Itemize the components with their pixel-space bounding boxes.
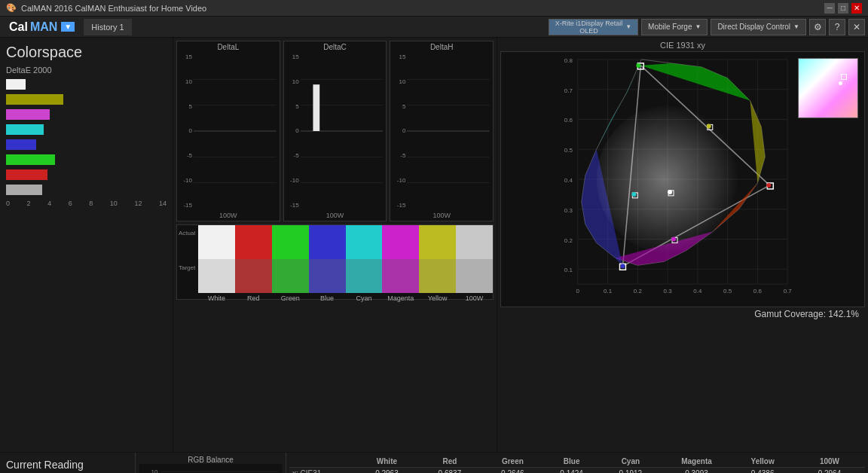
table-header-row: White Red Green Blue Cyan Magenta Yellow…: [289, 456, 865, 468]
swatch-target-cyan: [346, 259, 383, 293]
deltaL-svg: [194, 53, 277, 209]
swatch-target-magenta: [382, 259, 419, 293]
swatch-target-red: [235, 259, 272, 293]
cie-panel: CIE 1931 xy: [497, 38, 868, 452]
swatch-target-100w: [456, 259, 493, 293]
deltaC-title: DeltaC: [284, 41, 387, 51]
swatch-label-yellow: Yellow: [419, 294, 456, 302]
actual-swatch-row: [198, 225, 493, 259]
table-cell-value: 0.2963: [356, 468, 418, 474]
deltaH-chart: DeltaH 15 10 5 0 -5 -10 -15 100: [390, 41, 494, 221]
swatch-label-red: Red: [235, 294, 272, 302]
actual-green-dot: [636, 63, 640, 68]
actual-label: Actual: [179, 230, 195, 236]
actual-cyan-dot: [631, 192, 636, 197]
swatch-label-magenta: Magenta: [382, 294, 419, 302]
actual-blue-dot: [620, 264, 625, 268]
help-icon-button[interactable]: ?: [829, 19, 845, 35]
color-swatches-area: Actual Target: [176, 224, 494, 300]
col-header-label: [289, 456, 356, 468]
device-xrite-button[interactable]: X-Rite i1Display RetailOLED ▼: [549, 19, 638, 35]
actual-red-dot: [766, 183, 771, 188]
swatch-actual-100w: [456, 225, 493, 259]
svg-text:0.6: 0.6: [753, 288, 763, 294]
table-row: x: CIE310.29630.68370.26460.14240.19120.…: [289, 468, 865, 474]
svg-text:0.7: 0.7: [564, 87, 573, 94]
col-header-yellow: Yellow: [731, 456, 793, 468]
target-label: Target: [179, 264, 195, 271]
history-button[interactable]: History 1: [84, 19, 131, 35]
svg-text:0.1: 0.1: [604, 288, 613, 294]
col-header-green: Green: [481, 456, 544, 468]
deltaH-label: 100W: [390, 212, 493, 219]
app-icon: 🎨: [6, 3, 17, 13]
svg-text:0.2: 0.2: [634, 288, 643, 294]
svg-text:0.5: 0.5: [723, 288, 732, 294]
deltaC-svg: [301, 53, 384, 209]
swatch-columns: White Red Green Blue Cyan Magenta Yellow…: [198, 225, 493, 302]
col-header-cyan: Cyan: [599, 456, 662, 468]
col-header-magenta: Magenta: [662, 456, 732, 468]
mini-target-marker: [841, 74, 847, 80]
svg-text:10: 10: [151, 468, 158, 473]
swatch-target-blue: [309, 259, 346, 293]
settings-icon-button[interactable]: ⚙: [809, 19, 826, 35]
svg-text:0.4: 0.4: [564, 177, 573, 184]
deltaL-label: 100W: [177, 212, 280, 219]
device-controls: X-Rite i1Display RetailOLED ▼ Mobile For…: [549, 19, 865, 35]
svg-rect-10: [313, 84, 319, 131]
xrite-arrow-icon: ▼: [625, 23, 631, 30]
maximize-button[interactable]: □: [838, 3, 848, 14]
bar-cyan: [6, 123, 167, 136]
swatch-label-row: White Red Green Blue Cyan Magenta Yellow…: [198, 294, 493, 302]
actual-magenta-dot: [671, 237, 676, 242]
device-direct-display-label: Direct Display Control: [717, 23, 790, 31]
table-cell-value: 0.1912: [599, 468, 662, 474]
deltaC-chart: DeltaC 15 10 5 0 -5 -10 -15: [283, 41, 387, 221]
delta-charts-row: DeltaL 15 10 5 0 -5 -10 -15 100: [176, 41, 494, 221]
svg-text:0.4: 0.4: [693, 288, 702, 294]
current-reading-title: Current Reading: [6, 459, 129, 471]
bar-green: [6, 153, 167, 166]
bar-white: [6, 78, 167, 91]
swatch-actual-red: [235, 225, 272, 259]
target-swatch-row: [198, 259, 493, 293]
device-xrite-label: X-Rite i1Display RetailOLED: [555, 20, 623, 35]
swatch-label-blue: Blue: [309, 294, 346, 302]
table-cell-value: 0.2964: [794, 468, 865, 474]
col-header-100w: 100W: [794, 456, 865, 468]
close-button[interactable]: ✕: [851, 3, 862, 14]
svg-text:0.2: 0.2: [564, 237, 573, 244]
deltaL-chart: DeltaL 15 10 5 0 -5 -10 -15 100: [176, 41, 280, 221]
direct-display-arrow-icon: ▼: [793, 23, 799, 30]
deltaH-title: DeltaH: [390, 41, 493, 51]
bar-red: [6, 168, 167, 182]
swatch-actual-cyan: [346, 225, 383, 259]
svg-text:0: 0: [576, 288, 580, 294]
measurements-table: White Red Green Blue Cyan Magenta Yellow…: [289, 456, 865, 473]
swatch-target-green: [272, 259, 309, 293]
svg-text:0.7: 0.7: [784, 288, 793, 294]
device-direct-display-button[interactable]: Direct Display Control ▼: [711, 19, 806, 35]
deltae-title: DeltaE 2000: [6, 66, 167, 75]
cie-mini-gamut: [798, 58, 858, 118]
swatch-target-white: [198, 259, 235, 293]
swatch-label-green: Green: [272, 294, 309, 302]
middle-panel: DeltaL 15 10 5 0 -5 -10 -15 100: [173, 38, 497, 452]
device-mobile-forge-label: Mobile Forge: [648, 23, 692, 31]
close-panel-icon-button[interactable]: ✕: [848, 19, 865, 35]
minimize-button[interactable]: ─: [824, 3, 835, 14]
deltae-bar-chart: [6, 78, 167, 197]
svg-text:0.5: 0.5: [564, 147, 573, 154]
swatch-actual-white: [198, 225, 235, 259]
swatch-actual-green: [272, 225, 309, 259]
mini-actual-marker: [839, 81, 842, 85]
table-cell-label: x: CIE31: [289, 468, 356, 474]
table-cell-value: 0.3093: [662, 468, 732, 474]
device-mobile-forge-button[interactable]: Mobile Forge ▼: [641, 19, 708, 35]
table-cell-value: 0.1424: [544, 468, 599, 474]
swatch-target-yellow: [419, 259, 456, 293]
app-logo: CalMAN ▼: [3, 19, 81, 35]
bar-chart-axis: 0 2 4 6 8 10 12 14: [6, 200, 167, 207]
titlebar: 🎨 CalMAN 2016 CalMAN Enthusiast for Home…: [0, 0, 868, 17]
